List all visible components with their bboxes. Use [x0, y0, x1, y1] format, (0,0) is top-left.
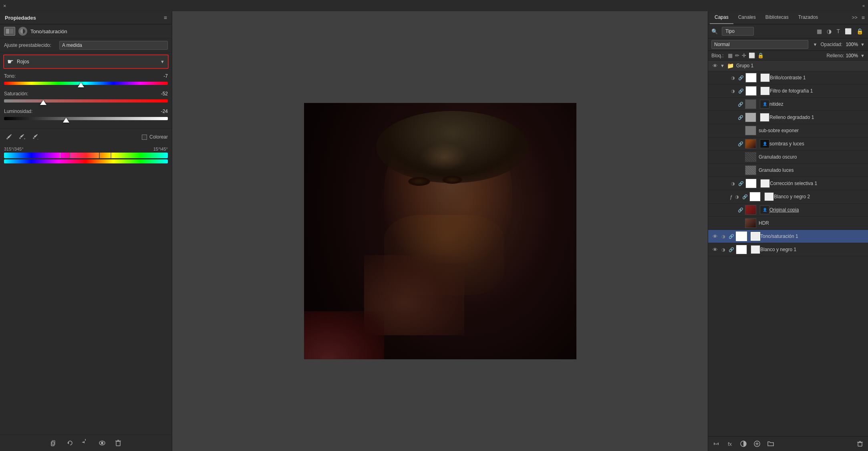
layer-item[interactable]: 👁 🔗 👤 nitidez — [708, 98, 868, 111]
layer-item[interactable]: 👁 ◑ 🔗 Blanco y negro 1 — [708, 243, 868, 256]
lock-icons: ▦ ✏ ✛ ⬜ 🔒 — [728, 52, 764, 58]
lock-artboard-icon[interactable]: ⬜ — [749, 52, 755, 58]
layer-thumbnail — [736, 232, 747, 241]
hue-range-section: 315°/345° 15°\45° — [0, 145, 172, 167]
chain-icon[interactable]: 🔗 — [738, 180, 744, 187]
chain-icon[interactable]: 🔗 — [737, 114, 744, 121]
layer-name: nitidez — [769, 101, 865, 107]
saturacion-label: Saturación: — [4, 91, 28, 97]
tab-bibliotecas[interactable]: Bibliotecas — [761, 11, 793, 24]
group-expand-arrow[interactable]: ▼ — [720, 63, 725, 68]
group-header-grupo1[interactable]: 👁 ▼ 📁 Grupo 1 — [708, 60, 868, 71]
lock-image-icon[interactable]: ✏ — [735, 52, 739, 58]
layer-thumbnail — [745, 139, 756, 149]
layer-item[interactable]: 👁 Granulado oscuro — [708, 151, 868, 164]
filter-smart-icon[interactable]: 🔒 — [855, 27, 865, 35]
luminosidad-label: Luminosidad: — [4, 109, 32, 114]
layer-item[interactable]: 👁 🔗 👤 sombras y luces — [708, 137, 868, 151]
opacity-label: Opacidad: — [820, 42, 842, 47]
adjustment-icon1 — [4, 27, 15, 36]
saturacion-thumb[interactable] — [40, 100, 46, 105]
tab-capas[interactable]: Capas — [710, 11, 733, 24]
collapse-button[interactable]: « — [862, 3, 865, 8]
chain-icon[interactable]: 🔗 — [738, 88, 744, 94]
blend-mode-select[interactable]: Normal — [711, 40, 808, 49]
add-adjustment-button[interactable] — [752, 439, 762, 449]
eyedropper-minus-button[interactable]: - — [31, 132, 41, 142]
layer-thumbnail — [749, 192, 761, 201]
chain-icon[interactable]: 🔗 — [737, 207, 744, 213]
add-mask-button[interactable] — [739, 439, 748, 449]
lock-row: Bloq.: ▦ ✏ ✛ ⬜ 🔒 Relleno: 100% ▼ — [708, 51, 868, 60]
channel-dropdown-arrow[interactable]: ▼ — [160, 59, 165, 64]
eye-icon[interactable]: 👁 — [711, 233, 719, 240]
chain-icon[interactable]: 🔗 — [728, 233, 735, 240]
group-eye-icon[interactable]: 👁 — [711, 62, 719, 69]
tabs-menu[interactable]: ≡ — [860, 11, 866, 24]
filter-adj-icon[interactable]: ◑ — [825, 27, 833, 35]
hue-bar-bottom[interactable] — [4, 159, 168, 163]
opacity-row: Opacidad: 100% ▼ — [820, 42, 865, 47]
view-previous-button[interactable] — [65, 438, 75, 448]
chain-icon[interactable]: 🔗 — [742, 193, 748, 200]
filter-text-icon[interactable]: T — [835, 27, 842, 35]
eyedropper-plus-button[interactable]: + — [18, 132, 27, 142]
layer-item[interactable]: 👁 🔗 Relleno degradado 1 — [708, 111, 868, 124]
reset-button[interactable] — [81, 438, 91, 448]
chain-icon[interactable]: 🔗 — [738, 74, 744, 81]
layer-thumbnail — [745, 218, 756, 228]
layer-item[interactable]: 👁 ◑ 🔗 Corrección selectiva 1 — [708, 177, 868, 190]
colorize-row: Colorear — [142, 134, 168, 140]
chain-icon[interactable]: 🔗 — [737, 101, 744, 107]
panel-menu-icon[interactable]: ≡ — [164, 14, 167, 21]
layer-item-active[interactable]: 👁 ◑ 🔗 Tono/saturación 1 — [708, 230, 868, 243]
layer-item[interactable]: 👁 sub-sobre exponer — [708, 124, 868, 137]
luminosidad-track[interactable] — [4, 116, 168, 121]
lock-transparent-icon[interactable]: ▦ — [728, 52, 733, 58]
layer-name: HDR — [759, 220, 865, 226]
channel-selector[interactable]: ☛ Rojos ▼ — [3, 54, 169, 69]
tono-slider-row: Tono: -7 — [4, 73, 168, 86]
opacity-arrow[interactable]: ▼ — [860, 42, 865, 47]
filter-pixel-icon[interactable]: ▦ — [815, 27, 824, 35]
filter-shape-icon[interactable]: ⬜ — [843, 27, 853, 35]
layer-item[interactable]: 👁 ◑ 🔗 Brillo/contraste 1 — [708, 71, 868, 85]
adj-icon: ◑ — [730, 180, 736, 187]
layer-thumbnail — [745, 86, 757, 96]
adj-icon: ◑ — [730, 88, 736, 94]
saturacion-track[interactable] — [4, 98, 168, 104]
layer-name: Original copia — [769, 207, 865, 213]
layer-item[interactable]: 👁 ◑ 🔗 Filtro de fotografía 1 — [708, 85, 868, 98]
svg-rect-19 — [858, 443, 862, 446]
filter-select[interactable]: Tipo — [722, 27, 754, 36]
chain-icon[interactable]: 🔗 — [737, 141, 744, 147]
layer-item[interactable]: 👁 ƒ ◑ 🔗 Blanco y negro 2 — [708, 190, 868, 203]
visibility-button[interactable] — [97, 438, 107, 448]
adj-icon: ◑ — [734, 193, 740, 200]
colorize-checkbox[interactable] — [142, 135, 147, 140]
lock-all-icon[interactable]: 🔒 — [757, 52, 764, 58]
close-button[interactable]: × — [3, 3, 6, 9]
tab-trazados[interactable]: Trazados — [793, 11, 823, 24]
lock-position-icon[interactable]: ✛ — [742, 52, 746, 58]
layer-item[interactable]: 👁 HDR — [708, 217, 868, 230]
clip-button[interactable] — [49, 438, 59, 448]
link-layers-button[interactable] — [711, 439, 721, 449]
eyedropper-button[interactable] — [4, 132, 14, 142]
tono-track[interactable] — [4, 81, 168, 86]
tabs-more[interactable]: >> — [850, 12, 860, 24]
fx-button[interactable]: fx — [725, 439, 735, 449]
tono-thumb[interactable] — [78, 83, 84, 87]
delete-layer-button[interactable] — [855, 439, 865, 449]
chain-icon[interactable]: 🔗 — [728, 246, 735, 253]
tab-canales[interactable]: Canales — [733, 11, 761, 24]
eye-icon[interactable]: 👁 — [711, 246, 719, 253]
preset-select[interactable]: A medida — [59, 41, 168, 50]
add-group-button[interactable] — [766, 439, 775, 449]
layer-item[interactable]: 👁 🔗 👤 Original copia — [708, 203, 868, 217]
luminosidad-thumb[interactable] — [63, 118, 69, 123]
delete-button[interactable] — [113, 438, 123, 448]
fill-arrow[interactable]: ▼ — [860, 53, 865, 58]
layer-item[interactable]: 👁 Granulado luces — [708, 164, 868, 177]
svg-rect-8 — [51, 442, 54, 446]
